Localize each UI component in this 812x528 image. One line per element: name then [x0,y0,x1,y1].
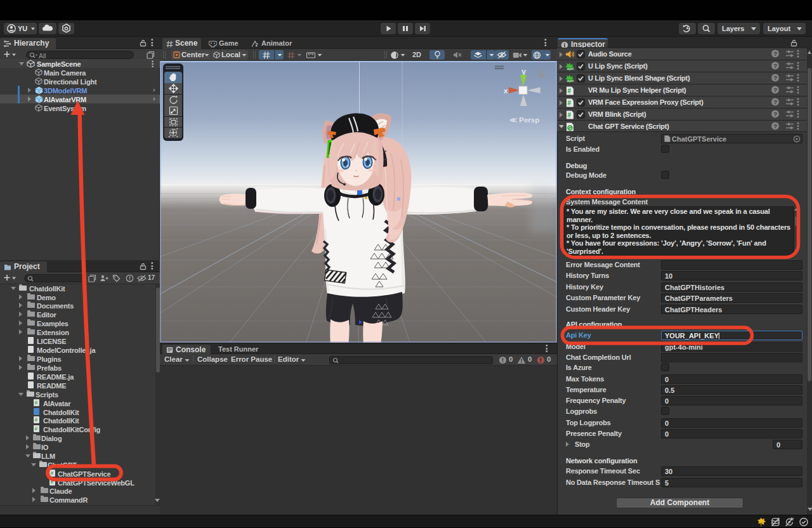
svg-text:#: # [568,112,572,119]
svg-text:x: x [504,87,508,95]
svg-text:y: y [521,67,526,76]
svg-text:≪ Persp: ≪ Persp [509,116,539,124]
svg-text:#: # [568,100,572,107]
svg-text:?: ? [774,51,778,57]
svg-text:#: # [568,88,572,95]
svg-text:AUDIO: AUDIO [567,79,574,82]
svg-text:AUDIO: AUDIO [567,67,574,70]
svg-text:YU: YU [18,25,27,32]
